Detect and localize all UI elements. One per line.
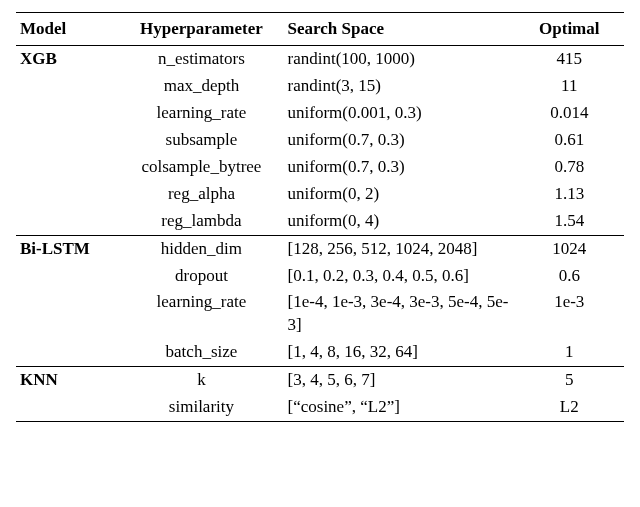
cell-hyper: learning_rate bbox=[119, 289, 283, 339]
table-header-row: Model Hyperparameter Search Space Optima… bbox=[16, 13, 624, 46]
table-row: max_depthrandint(3, 15)11 bbox=[16, 73, 624, 100]
cell-optimal: 415 bbox=[515, 46, 624, 73]
table-row: learning_rate[1e-4, 1e-3, 3e-4, 3e-3, 5e… bbox=[16, 289, 624, 339]
table-row: reg_lambdauniform(0, 4)1.54 bbox=[16, 208, 624, 235]
cell-space: [0.1, 0.2, 0.3, 0.4, 0.5, 0.6] bbox=[284, 263, 515, 290]
cell-hyper: subsample bbox=[119, 127, 283, 154]
cell-hyper: hidden_dim bbox=[119, 235, 283, 262]
header-optimal: Optimal bbox=[515, 13, 624, 46]
cell-optimal: 1 bbox=[515, 339, 624, 366]
table-row: reg_alphauniform(0, 2)1.13 bbox=[16, 181, 624, 208]
hyperparameter-table: Model Hyperparameter Search Space Optima… bbox=[16, 12, 624, 422]
table-row: dropout[0.1, 0.2, 0.3, 0.4, 0.5, 0.6]0.6 bbox=[16, 263, 624, 290]
cell-space: uniform(0, 2) bbox=[284, 181, 515, 208]
cell-model bbox=[16, 127, 119, 154]
cell-space: uniform(0.7, 0.3) bbox=[284, 127, 515, 154]
cell-hyper: similarity bbox=[119, 394, 283, 421]
table-row: XGBn_estimatorsrandint(100, 1000)415 bbox=[16, 46, 624, 73]
cell-optimal: 0.6 bbox=[515, 263, 624, 290]
cell-optimal: L2 bbox=[515, 394, 624, 421]
cell-model bbox=[16, 181, 119, 208]
header-space: Search Space bbox=[284, 13, 515, 46]
cell-optimal: 11 bbox=[515, 73, 624, 100]
cell-hyper: reg_alpha bbox=[119, 181, 283, 208]
table-body: XGBn_estimatorsrandint(100, 1000)415max_… bbox=[16, 46, 624, 422]
cell-optimal: 1.13 bbox=[515, 181, 624, 208]
cell-optimal: 5 bbox=[515, 367, 624, 394]
cell-model: XGB bbox=[16, 46, 119, 73]
cell-optimal: 1024 bbox=[515, 235, 624, 262]
cell-hyper: k bbox=[119, 367, 283, 394]
cell-space: [1e-4, 1e-3, 3e-4, 3e-3, 5e-4, 5e-3] bbox=[284, 289, 515, 339]
table-row: KNNk[3, 4, 5, 6, 7]5 bbox=[16, 367, 624, 394]
cell-model bbox=[16, 154, 119, 181]
table-row: subsampleuniform(0.7, 0.3)0.61 bbox=[16, 127, 624, 154]
cell-hyper: reg_lambda bbox=[119, 208, 283, 235]
cell-model bbox=[16, 263, 119, 290]
header-hyper: Hyperparameter bbox=[119, 13, 283, 46]
cell-hyper: n_estimators bbox=[119, 46, 283, 73]
cell-optimal: 0.61 bbox=[515, 127, 624, 154]
cell-space: [1, 4, 8, 16, 32, 64] bbox=[284, 339, 515, 366]
cell-model bbox=[16, 394, 119, 421]
table-row: learning_rateuniform(0.001, 0.3)0.014 bbox=[16, 100, 624, 127]
cell-optimal: 0.78 bbox=[515, 154, 624, 181]
cell-model: KNN bbox=[16, 367, 119, 394]
cell-space: [3, 4, 5, 6, 7] bbox=[284, 367, 515, 394]
cell-optimal: 0.014 bbox=[515, 100, 624, 127]
cell-model: Bi-LSTM bbox=[16, 235, 119, 262]
cell-hyper: colsample_bytree bbox=[119, 154, 283, 181]
cell-model bbox=[16, 339, 119, 366]
cell-space: randint(100, 1000) bbox=[284, 46, 515, 73]
cell-hyper: max_depth bbox=[119, 73, 283, 100]
cell-optimal: 1.54 bbox=[515, 208, 624, 235]
table-row: batch_size[1, 4, 8, 16, 32, 64]1 bbox=[16, 339, 624, 366]
cell-space: uniform(0, 4) bbox=[284, 208, 515, 235]
cell-space: [128, 256, 512, 1024, 2048] bbox=[284, 235, 515, 262]
cell-space: [“cosine”, “L2”] bbox=[284, 394, 515, 421]
header-model: Model bbox=[16, 13, 119, 46]
cell-space: uniform(0.001, 0.3) bbox=[284, 100, 515, 127]
cell-model bbox=[16, 100, 119, 127]
cell-space: uniform(0.7, 0.3) bbox=[284, 154, 515, 181]
cell-model bbox=[16, 289, 119, 339]
cell-space: randint(3, 15) bbox=[284, 73, 515, 100]
cell-hyper: learning_rate bbox=[119, 100, 283, 127]
cell-model bbox=[16, 73, 119, 100]
table-row: colsample_bytreeuniform(0.7, 0.3)0.78 bbox=[16, 154, 624, 181]
cell-optimal: 1e-3 bbox=[515, 289, 624, 339]
cell-hyper: batch_size bbox=[119, 339, 283, 366]
table-row: Bi-LSTMhidden_dim[128, 256, 512, 1024, 2… bbox=[16, 235, 624, 262]
cell-model bbox=[16, 208, 119, 235]
table-row: similarity[“cosine”, “L2”]L2 bbox=[16, 394, 624, 421]
cell-hyper: dropout bbox=[119, 263, 283, 290]
